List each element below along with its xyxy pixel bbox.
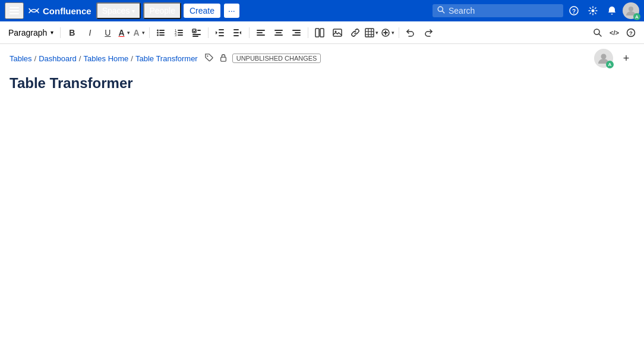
svg-rect-33 <box>257 34 265 36</box>
redo-button[interactable] <box>420 24 437 41</box>
confluence-logo[interactable]: Confluence <box>26 5 94 16</box>
insert-image-button[interactable] <box>329 24 346 41</box>
lock-button[interactable] <box>218 52 229 65</box>
add-collaborator-button[interactable]: + <box>618 50 634 67</box>
outdent-button[interactable] <box>211 24 228 41</box>
collaborator-avatar[interactable]: A <box>594 49 613 68</box>
spaces-menu-button[interactable]: Spaces ▾ <box>96 2 141 19</box>
page-title-area: Table Transformer <box>0 70 644 92</box>
text-color-button[interactable]: A ▾ <box>117 24 131 41</box>
italic-button[interactable]: I <box>81 24 98 41</box>
breadcrumb-tables-link[interactable]: Tables <box>10 54 32 63</box>
svg-text:?: ? <box>629 30 633 36</box>
indent-button[interactable] <box>229 24 246 41</box>
user-avatar[interactable]: A <box>623 2 639 19</box>
task-list-button[interactable] <box>188 24 205 41</box>
toolbar-help-button[interactable]: ? <box>623 24 639 41</box>
page-content-area[interactable] <box>0 92 644 330</box>
toolbar-right-actions: </> ? <box>589 24 639 41</box>
page-title-actions: A + <box>594 49 634 68</box>
undo-button[interactable] <box>402 24 419 41</box>
svg-point-43 <box>334 30 336 32</box>
text-color-arrow: ▾ <box>126 30 131 36</box>
svg-rect-29 <box>233 32 239 33</box>
svg-rect-25 <box>219 29 224 30</box>
create-more-button[interactable]: ··· <box>224 4 239 18</box>
svg-rect-18 <box>178 30 183 31</box>
svg-rect-41 <box>320 29 324 37</box>
svg-rect-39 <box>292 34 301 36</box>
settings-button[interactable] <box>585 4 601 18</box>
align-right-button[interactable] <box>288 24 305 41</box>
help-button[interactable]: ? <box>566 4 582 18</box>
svg-rect-26 <box>219 32 224 33</box>
bullet-list-button[interactable] <box>153 24 169 41</box>
code-editor-button[interactable]: </> <box>607 24 621 41</box>
breadcrumb-sep-2: / <box>79 54 81 63</box>
svg-text:?: ? <box>572 8 576 15</box>
insert-more-arrow: ▾ <box>390 30 396 36</box>
paragraph-style-selector[interactable]: Paragraph ▾ <box>5 26 57 39</box>
svg-rect-23 <box>192 34 201 35</box>
breadcrumb: Tables / Dashboard / Tables Home / Table… <box>10 52 321 65</box>
breadcrumb-sep-3: / <box>131 54 133 63</box>
notifications-button[interactable] <box>604 4 620 18</box>
numbered-list-button[interactable]: 1 2 3 <box>171 24 187 41</box>
insert-more-button[interactable]: ▾ <box>381 24 396 41</box>
svg-rect-0 <box>10 7 19 8</box>
create-button[interactable]: Create <box>184 4 220 18</box>
breadcrumb-sep-1: / <box>34 54 37 63</box>
svg-point-11 <box>157 34 159 36</box>
svg-rect-42 <box>333 29 342 36</box>
breadcrumb-tables-home-link[interactable]: Tables Home <box>83 54 128 63</box>
paragraph-style-chevron: ▾ <box>50 29 53 36</box>
svg-rect-38 <box>295 32 301 33</box>
svg-point-8 <box>629 7 633 11</box>
svg-rect-31 <box>257 30 265 31</box>
insert-table-button[interactable]: ▾ <box>365 24 380 41</box>
svg-point-10 <box>157 32 159 33</box>
toolbar-divider-5 <box>308 27 308 38</box>
hamburger-menu-button[interactable] <box>5 2 24 19</box>
svg-rect-32 <box>257 32 263 33</box>
layout-button[interactable] <box>311 24 328 41</box>
search-bar[interactable]: Search <box>433 4 563 17</box>
svg-line-53 <box>599 34 601 36</box>
svg-point-58 <box>601 54 607 59</box>
svg-point-56 <box>207 55 208 57</box>
toolbar-divider-3 <box>208 27 209 38</box>
insert-table-arrow: ▾ <box>374 30 380 36</box>
align-center-button[interactable] <box>270 24 287 41</box>
toolbar-divider-6 <box>399 27 399 38</box>
text-style-arrow: ▾ <box>141 30 146 36</box>
find-replace-button[interactable] <box>589 24 606 41</box>
svg-rect-1 <box>10 10 19 11</box>
svg-rect-28 <box>233 29 239 30</box>
insert-link-button[interactable] <box>347 24 364 41</box>
svg-rect-19 <box>178 32 183 33</box>
underline-button[interactable]: U <box>99 24 116 41</box>
people-menu-button[interactable]: People <box>143 2 181 19</box>
svg-rect-13 <box>159 32 165 33</box>
breadcrumb-dashboard-link[interactable]: Dashboard <box>39 54 77 63</box>
align-left-button[interactable] <box>252 24 269 41</box>
svg-point-9 <box>157 29 159 31</box>
breadcrumb-current-page-link[interactable]: Table Transformer <box>135 54 198 63</box>
page-title[interactable]: Table Transformer <box>10 75 634 92</box>
tag-button[interactable] <box>204 52 214 65</box>
spaces-chevron-icon: ▾ <box>132 8 135 14</box>
breadcrumb-actions: UNPUBLISHED CHANGES <box>204 52 321 65</box>
svg-rect-35 <box>276 32 282 33</box>
bold-button[interactable]: B <box>64 24 80 41</box>
avatar-online-badge: A <box>633 13 640 20</box>
svg-rect-22 <box>197 30 201 31</box>
svg-text:3: 3 <box>175 33 177 37</box>
text-style-button[interactable]: A ▾ <box>132 24 146 41</box>
svg-line-4 <box>443 11 444 13</box>
svg-rect-2 <box>10 13 19 14</box>
svg-rect-27 <box>219 35 224 36</box>
svg-rect-40 <box>315 29 319 37</box>
paragraph-style-label: Paragraph <box>8 28 47 37</box>
svg-rect-37 <box>292 30 301 31</box>
top-navigation: Confluence Spaces ▾ People Create ··· Se… <box>0 0 644 21</box>
